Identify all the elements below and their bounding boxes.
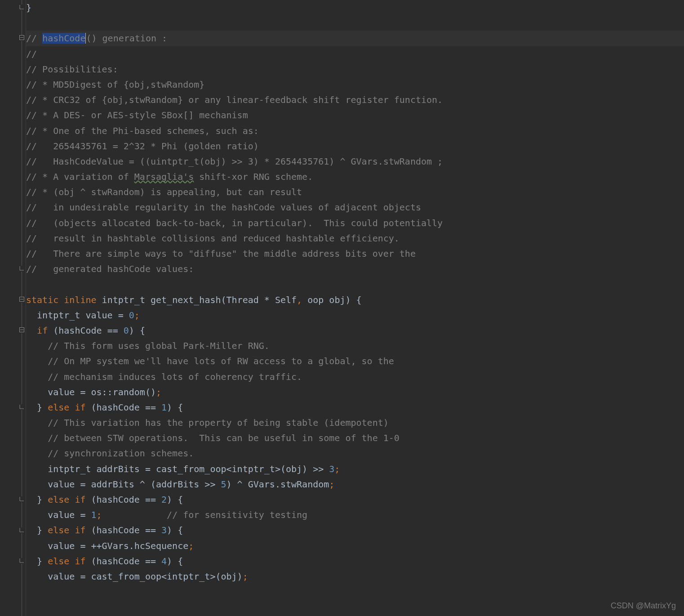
code-token: }	[26, 525, 48, 536]
code-token: 2	[161, 494, 167, 505]
code-line[interactable]: // * One of the Phi-based schemes, such …	[26, 123, 684, 138]
code-line[interactable]: // * A variation of Marsaglia's shift-xo…	[26, 169, 684, 184]
code-line[interactable]: value = addrBits ^ (addrBits >> 5) ^ GVa…	[26, 477, 684, 492]
code-line[interactable]: static inline intptr_t get_next_hash(Thr…	[26, 292, 684, 308]
code-token: ) ^ GVars.stwRandom	[227, 479, 329, 490]
code-token: 0	[129, 310, 134, 321]
code-line[interactable]: // 2654435761 = 2^32 * Phi (golden ratio…	[26, 138, 684, 154]
code-token: intptr_t	[97, 295, 151, 305]
code-token: get_next_hash	[151, 295, 221, 305]
code-line[interactable]: // in undesirable regularity in the hash…	[26, 200, 684, 215]
code-token: ;	[134, 310, 140, 321]
code-line[interactable]: value = os::random();	[26, 384, 684, 400]
code-token: // Possibilities:	[26, 64, 118, 75]
code-token: }	[26, 2, 31, 13]
code-editor[interactable]: }// hashCode() generation ://// Possibil…	[0, 0, 684, 616]
code-token: shift-xor RNG scheme.	[194, 171, 313, 182]
code-token: //	[26, 33, 42, 44]
code-token: 0	[124, 325, 129, 336]
code-line[interactable]: if (hashCode == 0) {	[26, 323, 684, 338]
code-token: (hashCode ==	[85, 402, 161, 413]
fold-end-icon[interactable]	[19, 404, 25, 410]
code-token: ;	[243, 571, 248, 582]
code-line[interactable]: intptr_t addrBits = cast_from_oop<intptr…	[26, 461, 684, 477]
code-token: // * A DES- or AES-style SBox[] mechanis…	[26, 110, 248, 121]
code-line[interactable]: // synchronization schemes.	[26, 446, 684, 461]
code-token: value = addrBits ^ (addrBits >>	[26, 479, 221, 490]
code-token: ) {	[129, 325, 145, 336]
fold-end-icon[interactable]	[19, 496, 25, 502]
code-token: else if	[48, 494, 85, 505]
code-token: (hashCode ==	[85, 556, 161, 567]
code-token: //	[26, 49, 37, 59]
code-token: intptr_t value =	[26, 310, 129, 321]
code-line[interactable]: // HashCodeValue = ((uintptr_t(obj) >> 3…	[26, 154, 684, 169]
code-token: else if	[48, 402, 85, 413]
code-line[interactable]: // * (obj ^ stwRandom) is appealing, but…	[26, 184, 684, 200]
code-token: else if	[48, 525, 85, 536]
code-line[interactable]: // generated hashCode values:	[26, 261, 684, 277]
code-line[interactable]: // * A DES- or AES-style SBox[] mechanis…	[26, 107, 684, 123]
code-line[interactable]: // This variation has the property of be…	[26, 415, 684, 430]
code-token: value = os::random()	[26, 387, 156, 397]
fold-collapse-icon[interactable]	[19, 35, 25, 41]
code-line[interactable]: // * CRC32 of {obj,stwRandom} or any lin…	[26, 92, 684, 107]
code-line[interactable]: // There are simple ways to "diffuse" th…	[26, 246, 684, 261]
fold-end-icon[interactable]	[19, 558, 25, 564]
code-line[interactable]: // (objects allocated back-to-back, in p…	[26, 215, 684, 231]
code-line[interactable]: // Possibilities:	[26, 62, 684, 77]
code-token: ;	[329, 479, 334, 490]
code-token: Marsaglia's	[134, 171, 194, 182]
code-line[interactable]	[26, 15, 684, 31]
code-token: value = cast_from_oop<intptr_t>(obj)	[26, 571, 243, 582]
code-line[interactable]: } else if (hashCode == 2) {	[26, 492, 684, 507]
code-token: ) {	[167, 556, 183, 567]
code-token: ) {	[167, 402, 183, 413]
code-line[interactable]: }	[26, 0, 684, 15]
code-line[interactable]: } else if (hashCode == 3) {	[26, 522, 684, 538]
fold-end-icon[interactable]	[19, 4, 25, 10]
code-line[interactable]: // * MD5Digest of {obj,stwRandom}	[26, 77, 684, 92]
code-line[interactable]: value = cast_from_oop<intptr_t>(obj);	[26, 569, 684, 584]
code-token: (hashCode ==	[85, 525, 161, 536]
code-line[interactable]: } else if (hashCode == 1) {	[26, 400, 684, 415]
code-token: // * One of the Phi-based schemes, such …	[26, 125, 259, 136]
code-token: value = ++GVars.hcSequence	[26, 540, 188, 551]
code-token: static inline	[26, 295, 97, 305]
code-line[interactable]	[26, 277, 684, 292]
code-token: 1	[91, 509, 97, 520]
code-token: 4	[161, 556, 167, 567]
fold-collapse-icon[interactable]	[19, 327, 25, 333]
code-line[interactable]: // between STW operations. This can be u…	[26, 430, 684, 446]
code-line[interactable]: value = ++GVars.hcSequence;	[26, 538, 684, 554]
editor-gutter	[0, 0, 26, 616]
code-token: // for sensitivity testing	[167, 509, 307, 520]
code-line[interactable]: // On MP system we'll have lots of RW ac…	[26, 353, 684, 369]
code-area[interactable]: }// hashCode() generation ://// Possibil…	[26, 0, 684, 616]
code-token: ;	[156, 387, 161, 397]
code-line[interactable]: //	[26, 46, 684, 62]
code-token: // 2654435761 = 2^32 * Phi (golden ratio…	[26, 141, 259, 152]
fold-guide-line	[22, 0, 22, 616]
code-line[interactable]: // mechanism induces lots of coherency t…	[26, 369, 684, 384]
code-token: }	[26, 556, 48, 567]
code-token: // result in hashtable collisions and re…	[26, 233, 400, 244]
code-token: ,	[297, 295, 302, 305]
code-token: else if	[48, 556, 85, 567]
fold-collapse-icon[interactable]	[19, 297, 25, 303]
code-line[interactable]: intptr_t value = 0;	[26, 308, 684, 323]
code-line[interactable]: // result in hashtable collisions and re…	[26, 231, 684, 246]
code-line[interactable]: // This form uses global Park-Miller RNG…	[26, 338, 684, 353]
code-line[interactable]: } else if (hashCode == 4) {	[26, 554, 684, 569]
code-token: // synchronization schemes.	[26, 448, 194, 459]
code-token: 5	[221, 479, 226, 490]
code-line[interactable]: value = 1; // for sensitivity testing	[26, 507, 684, 522]
code-token: () generation :	[86, 33, 167, 44]
code-token: (hashCode ==	[48, 325, 124, 336]
fold-end-icon[interactable]	[19, 266, 25, 272]
code-token: // generated hashCode values:	[26, 263, 194, 274]
fold-end-icon[interactable]	[19, 527, 25, 533]
code-token: 3	[161, 525, 167, 536]
watermark-text: CSDN @MatrixYg	[611, 601, 676, 611]
code-token: ) {	[167, 494, 183, 505]
